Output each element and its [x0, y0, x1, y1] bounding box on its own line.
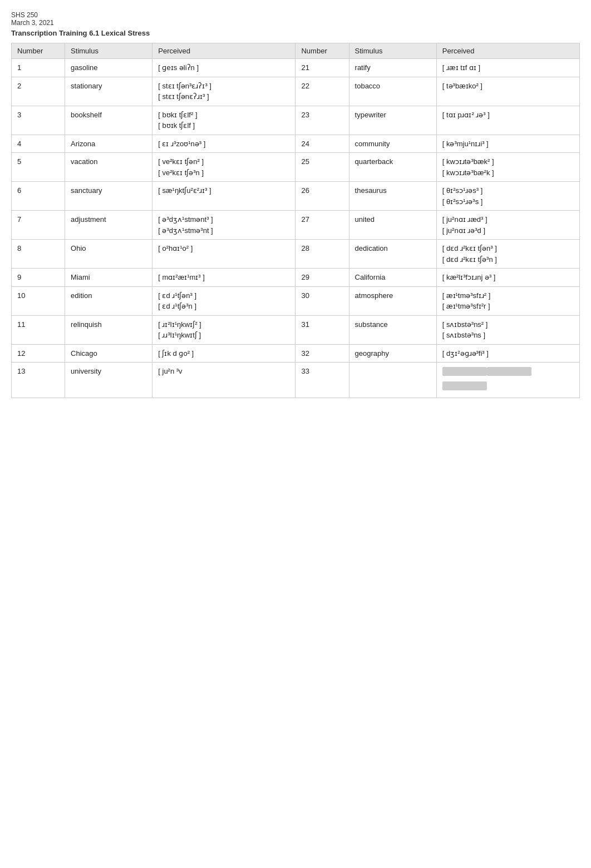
table-cell: 30: [296, 286, 349, 315]
table-cell: adjustment: [65, 211, 152, 240]
table-cell: [ tɑɪ pɹɑɪ² ɹə³ ]: [436, 106, 579, 135]
table-cell: Miami: [65, 269, 152, 287]
table-cell: 31: [296, 315, 349, 344]
table-cell: atmosphere: [349, 286, 436, 315]
table-row: 11relinquish[ ɹɪ²lɪ¹ŋkwɪʃ² ][ ɹɹ³lɪ¹ŋkwɪ…: [12, 315, 580, 344]
table-cell: 26: [296, 182, 349, 211]
table-row: 1gasoline[ ɡeɪs əliʔn ]21ratify[ ɹæɪ tɪf…: [12, 59, 580, 77]
table-cell: dedication: [349, 240, 436, 269]
table-cell: thesaurus: [349, 182, 436, 211]
table-cell: 27: [296, 211, 349, 240]
table-row: 3bookshelf[ bʊkɪ tʃɛlf² ][ bʊɪk tʃɛlf ]2…: [12, 106, 580, 135]
table-cell: [ o²hɑɪ¹o² ]: [152, 240, 296, 269]
table-cell: California: [349, 269, 436, 287]
table-cell: [ æɪ¹tmə³sfɪɹ² ][ æɪ¹tmə³sfɪ²r ]: [436, 286, 579, 315]
header-section: SHS 250 March 3, 2021 Transcription Trai…: [11, 11, 580, 37]
col-header-perceived2: Perceived: [436, 43, 579, 59]
table-cell: university: [65, 363, 152, 398]
table-cell: bookshelf: [65, 106, 152, 135]
table-row: 5vacation[ ve²kɛɪ tʃən² ][ ve²kɛɪ tʃə³n …: [12, 153, 580, 182]
table-cell: [ dʒɪ²əɡɹə³fi³ ]: [436, 344, 579, 363]
date-label: March 3, 2021: [11, 19, 580, 27]
table-row: 9Miami[ mɑɪ²æɪ¹mɪ³ ]29California[ kæ²lɪ³…: [12, 269, 580, 287]
table-cell: 33: [296, 363, 349, 398]
table-cell: 24: [296, 135, 349, 153]
table-cell: 12: [12, 344, 65, 363]
table-cell: community: [349, 135, 436, 153]
table-cell: gasoline: [65, 59, 152, 77]
table-cell: [ stɛɪ tʃən³ɛɹʔɪ³ ][ stɛɪ tʃənɛʔɹɪ³ ]: [152, 77, 296, 106]
table-cell: 9: [12, 269, 65, 287]
course-label: SHS 250: [11, 11, 580, 19]
table-cell: united: [349, 211, 436, 240]
table-cell: typewriter: [349, 106, 436, 135]
table-cell: vacation: [65, 153, 152, 182]
table-cell: geography: [349, 344, 436, 363]
table-cell: 3: [12, 106, 65, 135]
table-cell: [ sʌɪbstə³ns² ][ sʌɪbstə³ns ]: [436, 315, 579, 344]
table-cell: [ ɡeɪs əliʔn ]: [152, 59, 296, 77]
blurred-content-placeholder: [442, 381, 487, 390]
table-row: 10edition[ ɛd ɹ¹tʃən³ ][ ɛd ɹ¹tʃə³n ]30a…: [12, 286, 580, 315]
table-cell: [ ɛd ɹ¹tʃən³ ][ ɛd ɹ¹tʃə³n ]: [152, 286, 296, 315]
table-cell: Ohio: [65, 240, 152, 269]
blurred-content-placeholder: [442, 367, 487, 376]
table-cell: [ kwɔɪɹtə³bæk² ][ kwɔɪɹtə³bæ²k ]: [436, 153, 579, 182]
col-header-number1: Number: [12, 43, 65, 59]
table-cell: 10: [12, 286, 65, 315]
blurred-content-placeholder: [487, 367, 531, 376]
table-cell: 21: [296, 59, 349, 77]
table-cell: [ mɑɪ²æɪ¹mɪ³ ]: [152, 269, 296, 287]
table-cell: 28: [296, 240, 349, 269]
table-cell: 2: [12, 77, 65, 106]
table-cell: 7: [12, 211, 65, 240]
table-cell: 23: [296, 106, 349, 135]
table-cell: quarterback: [349, 153, 436, 182]
table-cell: 29: [296, 269, 349, 287]
table-cell: 13: [12, 363, 65, 398]
table-row: 4Arizona[ ɛɪ ɹ³zoʊ¹nə³ ]24community[ kə³…: [12, 135, 580, 153]
table-cell: 5: [12, 153, 65, 182]
table-cell: 8: [12, 240, 65, 269]
table-cell: [ bʊkɪ tʃɛlf² ][ bʊɪk tʃɛlf ]: [152, 106, 296, 135]
table-cell: 25: [296, 153, 349, 182]
table-cell: [349, 363, 436, 398]
table-row: 7adjustment[ ə³dʒʌ¹stmənt³ ][ ə³dʒʌ¹stmə…: [12, 211, 580, 240]
col-header-perceived1: Perceived: [152, 43, 296, 59]
table-row: 8Ohio[ o²hɑɪ¹o² ]28dedication[ dɛd ɹ²kɛɪ…: [12, 240, 580, 269]
table-row: 6sanctuary[ sæ¹ŋktʃu²ɛ²ɹɪ³ ]26thesaurus[…: [12, 182, 580, 211]
table-cell: [ dɛd ɹ²kɛɪ tʃən³ ][ dɛd ɹ²kɛɪ tʃə³n ]: [436, 240, 579, 269]
table-cell: tobacco: [349, 77, 436, 106]
table-cell: Arizona: [65, 135, 152, 153]
table-cell: 4: [12, 135, 65, 153]
col-header-number2: Number: [296, 43, 349, 59]
table-row: 2stationary[ stɛɪ tʃən³ɛɹʔɪ³ ][ stɛɪ tʃə…: [12, 77, 580, 106]
table-cell: [ ju²nɑɪ ɹæd³ ][ ju²nɑɪ ɹə³d ]: [436, 211, 579, 240]
table-cell: 22: [296, 77, 349, 106]
table-cell: [ ɛɪ ɹ³zoʊ¹nə³ ]: [152, 135, 296, 153]
table-cell: [ ju²n ³v: [152, 363, 296, 398]
table-cell: ratify: [349, 59, 436, 77]
table-cell: [ ə³dʒʌ¹stmənt³ ][ ə³dʒʌ¹stmə³nt ]: [152, 211, 296, 240]
page-title: Transcription Training 6.1 Lexical Stres…: [11, 29, 580, 37]
table-cell-faded: [436, 363, 579, 398]
table-cell: edition: [65, 286, 152, 315]
transcription-table: Number Stimulus Perceived Number Stimulu…: [11, 43, 580, 398]
table-cell: 1: [12, 59, 65, 77]
table-cell: [ kæ²lɪ³fɔɪɹnj ə³ ]: [436, 269, 579, 287]
table-cell: [ tə³bæɪko² ]: [436, 77, 579, 106]
table-row: 12Chicago[ ʃɪk d ɡo² ]32geography[ dʒɪ²ə…: [12, 344, 580, 363]
table-cell: substance: [349, 315, 436, 344]
table-cell: [ θɪ²sɔ¹ɹəs³ ][ θɪ²sɔ¹ɹə³s ]: [436, 182, 579, 211]
table-cell: [ ɹɪ²lɪ¹ŋkwɪʃ² ][ ɹɹ³lɪ¹ŋkwɪtʃ ]: [152, 315, 296, 344]
table-cell: 11: [12, 315, 65, 344]
table-cell: 32: [296, 344, 349, 363]
table-cell: [ sæ¹ŋktʃu²ɛ²ɹɪ³ ]: [152, 182, 296, 211]
table-cell: Chicago: [65, 344, 152, 363]
col-header-stimulus1: Stimulus: [65, 43, 152, 59]
table-row: 13university[ ju²n ³v33: [12, 363, 580, 398]
table-cell: [ kə³mju¹nɪɹi³ ]: [436, 135, 579, 153]
table-cell: relinquish: [65, 315, 152, 344]
table-cell: [ ve²kɛɪ tʃən² ][ ve²kɛɪ tʃə³n ]: [152, 153, 296, 182]
table-cell: sanctuary: [65, 182, 152, 211]
